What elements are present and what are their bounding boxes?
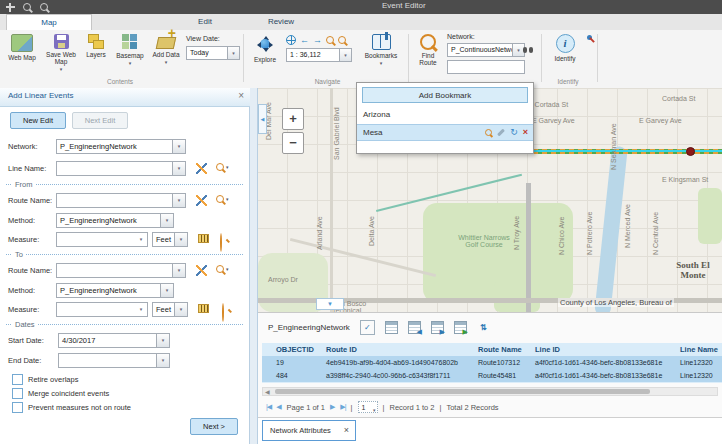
chevron-down-icon[interactable]: ▾ xyxy=(135,233,147,246)
tab-network-attributes[interactable]: Network Attributes × xyxy=(262,420,356,441)
scroll-left-icon[interactable]: ◀ xyxy=(265,388,270,396)
retire-overlaps-checkbox[interactable] xyxy=(12,374,23,385)
from-measure-input[interactable]: ▾ xyxy=(56,232,148,247)
sort-icon[interactable]: ⇅ xyxy=(477,321,490,334)
chevron-down-icon[interactable]: ▾ xyxy=(339,49,351,61)
collapse-table-button[interactable]: ▼ xyxy=(316,298,344,310)
tab-review[interactable]: Review xyxy=(252,14,310,29)
horizontal-scrollbar[interactable]: ◀ xyxy=(262,387,718,396)
collapse-panel-button[interactable]: ◀ xyxy=(258,104,267,134)
full-extent-icon[interactable] xyxy=(286,35,296,45)
select-route-on-map-icon[interactable] xyxy=(196,195,207,206)
map-zoom-in-button[interactable]: + xyxy=(282,108,304,130)
chevron-down-icon[interactable]: ▾ xyxy=(156,334,169,347)
zoom-to-bookmark-icon[interactable] xyxy=(485,129,492,136)
previous-extent-icon[interactable]: ← xyxy=(300,36,309,45)
start-date-select[interactable]: 4/30/2017 ▾ xyxy=(58,333,170,348)
add-data-button[interactable]: Add Data ▾ xyxy=(150,34,182,64)
column-line-name[interactable]: Line Name xyxy=(676,343,722,356)
bookmarks-button[interactable]: Bookmarks ▾ xyxy=(360,34,402,65)
zoom-in-icon[interactable] xyxy=(20,1,34,13)
chevron-down-icon[interactable]: ▾ xyxy=(160,214,173,227)
zoom-to-route-icon[interactable]: ▾ xyxy=(216,265,229,273)
close-icon[interactable]: × xyxy=(238,90,244,102)
chevron-down-icon[interactable]: ▾ xyxy=(172,140,185,153)
to-measure-input[interactable]: ▾ xyxy=(56,302,148,317)
close-tab-icon[interactable]: × xyxy=(344,421,349,440)
delete-bookmark-icon[interactable]: × xyxy=(523,128,528,137)
column-route-name[interactable]: Route Name xyxy=(474,343,531,356)
zoom-to-measure-icon[interactable] xyxy=(222,303,224,322)
next-page-icon[interactable]: ▶ xyxy=(330,402,335,412)
view-date-select[interactable]: Today ▾ xyxy=(186,46,240,60)
next-button[interactable]: Next > xyxy=(190,418,238,435)
select-route-on-map-icon[interactable] xyxy=(196,265,207,276)
chevron-down-icon[interactable]: ▾ xyxy=(174,303,187,316)
save-web-map-button[interactable]: Save Web Map ▾ xyxy=(44,34,78,71)
column-route-id[interactable]: Route ID xyxy=(322,343,474,356)
route-stop-marker[interactable] xyxy=(686,147,695,156)
table-row[interactable]: 484 a398ff4c-2940-4c00-96b6-c6343f8f1711… xyxy=(262,369,722,383)
first-page-icon[interactable]: |◀ xyxy=(266,402,271,412)
next-extent-icon[interactable]: → xyxy=(313,36,322,45)
chevron-down-icon[interactable]: ▾ xyxy=(172,162,185,175)
prevent-measures-checkbox[interactable] xyxy=(12,402,23,413)
panel-splitter[interactable] xyxy=(250,88,258,444)
table-icon[interactable] xyxy=(385,321,398,334)
basemap-button[interactable]: Basemap ▾ xyxy=(113,34,147,65)
zoom-to-measure-icon[interactable] xyxy=(220,233,222,252)
map-zoom-out-button[interactable]: − xyxy=(282,132,304,154)
to-unit-select[interactable]: Feet ▾ xyxy=(152,302,188,317)
last-page-icon[interactable]: ▶| xyxy=(340,402,345,412)
pan-icon[interactable] xyxy=(3,1,17,13)
zoom-to-route-icon[interactable]: ▾ xyxy=(216,195,229,203)
chevron-down-icon[interactable]: ▾ xyxy=(172,194,185,207)
zoom-out-tool-icon[interactable] xyxy=(338,36,346,44)
add-bookmark-button[interactable]: Add Bookmark xyxy=(362,87,528,103)
show-selected-icon[interactable]: ▶ xyxy=(431,321,444,334)
to-route-name-select[interactable]: ▾ xyxy=(56,263,186,278)
line-name-select[interactable]: ▾ xyxy=(56,161,186,176)
select-line-on-map-icon[interactable] xyxy=(196,163,207,174)
chevron-down-icon[interactable]: ▾ xyxy=(135,303,147,316)
zoom-in-tool-icon[interactable] xyxy=(326,36,334,44)
layers-button[interactable]: Layers xyxy=(82,34,110,58)
bookmark-item-mesa[interactable]: Mesa ↻ × xyxy=(357,124,533,141)
find-route-button[interactable]: Find Route xyxy=(413,34,443,66)
tab-map[interactable]: Map xyxy=(6,14,92,31)
chevron-down-icon[interactable]: ▾ xyxy=(174,233,187,246)
chevron-down-icon[interactable]: ▾ xyxy=(172,264,185,277)
scrollbar-thumb[interactable] xyxy=(275,389,650,394)
table-row[interactable]: 19 4eb9419b-af9b-4d04-ab69-1d490476802b … xyxy=(262,356,722,370)
next-edit-button[interactable]: Next Edit xyxy=(72,112,128,129)
from-unit-select[interactable]: Feet ▾ xyxy=(152,232,188,247)
measure-ruler-icon[interactable] xyxy=(198,304,209,313)
add-selection-icon[interactable]: ▶ xyxy=(454,321,467,334)
scale-select[interactable]: 1 : 36,112 ▾ xyxy=(286,48,352,62)
network-select[interactable]: P_EngineeringNetwork ▾ xyxy=(56,139,186,154)
chevron-down-icon[interactable]: ▾ xyxy=(227,47,239,59)
chevron-down-icon[interactable]: ▾ xyxy=(156,354,169,367)
new-edit-button[interactable]: New Edit xyxy=(10,112,66,129)
explore-button[interactable]: Explore xyxy=(250,34,280,63)
measure-ruler-icon[interactable] xyxy=(198,234,209,243)
end-date-select[interactable]: ▾ xyxy=(58,353,170,368)
chevron-down-icon[interactable]: ▾ xyxy=(160,284,173,297)
column-objectid[interactable]: OBJECTID xyxy=(272,343,322,356)
page-size-select[interactable]: 1▾ xyxy=(358,401,378,413)
from-route-name-select[interactable]: ▾ xyxy=(56,193,186,208)
edit-bookmark-icon[interactable] xyxy=(497,129,505,137)
to-method-select[interactable]: P_EngineeringNetwork ▾ xyxy=(56,283,174,298)
identify-button[interactable]: i Identify xyxy=(548,34,582,62)
switch-selection-icon[interactable]: ◀ xyxy=(408,321,421,334)
select-records-icon[interactable]: ✓ xyxy=(360,320,375,335)
merge-coincident-checkbox[interactable] xyxy=(12,388,23,399)
zoom-out-icon[interactable] xyxy=(37,1,51,13)
previous-page-icon[interactable]: ◀ xyxy=(276,402,281,412)
column-line-id[interactable]: Line ID xyxy=(531,343,676,356)
from-method-select[interactable]: P_EngineeringNetwork ▾ xyxy=(56,213,174,228)
update-bookmark-icon[interactable]: ↻ xyxy=(510,128,518,137)
network-select[interactable]: P_ContinuousNetwork ▾ xyxy=(447,43,525,57)
zoom-to-line-icon[interactable]: ▾ xyxy=(216,163,229,171)
web-map-button[interactable]: Web Map xyxy=(4,34,40,61)
